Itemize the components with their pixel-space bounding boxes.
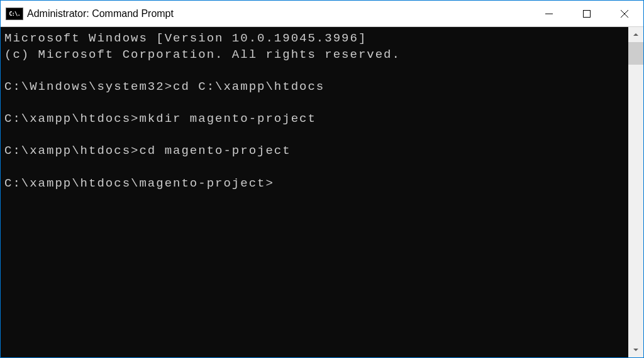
console-output[interactable]: Microsoft Windows [Version 10.0.19045.39… — [1, 27, 628, 357]
scroll-up-button[interactable] — [628, 27, 643, 42]
command-prompt-window: C:\. Administrator: Command Prompt Micro… — [0, 0, 644, 358]
minimize-button[interactable] — [530, 1, 568, 26]
svg-rect-1 — [584, 10, 591, 17]
console-area: Microsoft Windows [Version 10.0.19045.39… — [1, 27, 643, 357]
cmd-icon-text: C:\. — [9, 11, 20, 17]
scroll-down-button[interactable] — [628, 342, 643, 357]
window-controls — [530, 1, 643, 26]
cmd-icon: C:\. — [6, 8, 23, 20]
chevron-up-icon — [632, 31, 640, 38]
vertical-scrollbar[interactable] — [628, 27, 643, 357]
titlebar[interactable]: C:\. Administrator: Command Prompt — [1, 1, 643, 27]
window-title: Administrator: Command Prompt — [27, 1, 530, 27]
scroll-track[interactable] — [628, 42, 643, 342]
scroll-thumb[interactable] — [628, 42, 643, 65]
close-button[interactable] — [606, 1, 643, 26]
close-icon — [620, 9, 629, 18]
maximize-icon — [582, 9, 591, 18]
minimize-icon — [545, 9, 553, 18]
chevron-down-icon — [632, 346, 640, 354]
maximize-button[interactable] — [568, 1, 606, 26]
